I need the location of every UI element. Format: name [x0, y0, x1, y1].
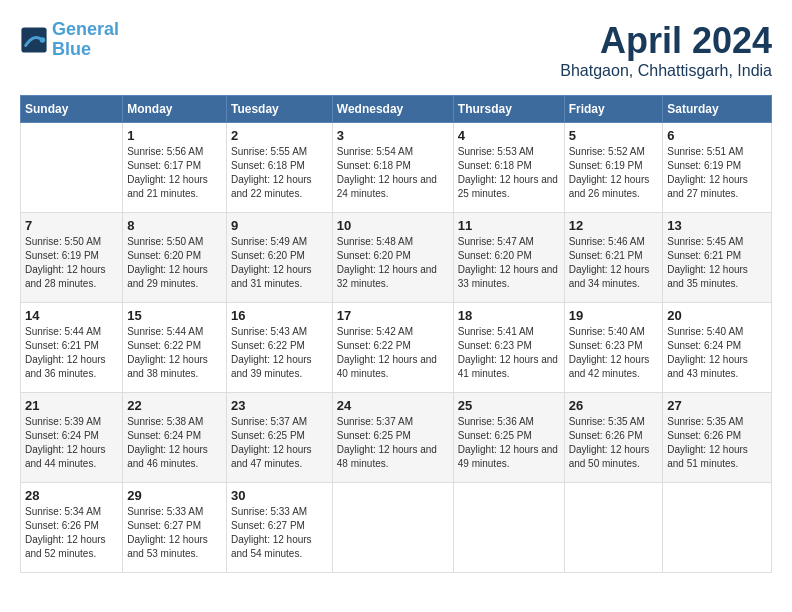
day-info: Sunrise: 5:38 AM Sunset: 6:24 PM Dayligh…	[127, 415, 222, 471]
day-info: Sunrise: 5:51 AM Sunset: 6:19 PM Dayligh…	[667, 145, 767, 201]
day-info: Sunrise: 5:43 AM Sunset: 6:22 PM Dayligh…	[231, 325, 328, 381]
day-info: Sunrise: 5:54 AM Sunset: 6:18 PM Dayligh…	[337, 145, 449, 201]
day-number: 4	[458, 128, 560, 143]
table-row: 9Sunrise: 5:49 AM Sunset: 6:20 PM Daylig…	[227, 213, 333, 303]
table-row: 17Sunrise: 5:42 AM Sunset: 6:22 PM Dayli…	[332, 303, 453, 393]
table-row: 5Sunrise: 5:52 AM Sunset: 6:19 PM Daylig…	[564, 123, 663, 213]
day-info: Sunrise: 5:33 AM Sunset: 6:27 PM Dayligh…	[231, 505, 328, 561]
logo-icon	[20, 26, 48, 54]
day-number: 2	[231, 128, 328, 143]
day-info: Sunrise: 5:50 AM Sunset: 6:20 PM Dayligh…	[127, 235, 222, 291]
table-row	[21, 123, 123, 213]
day-info: Sunrise: 5:52 AM Sunset: 6:19 PM Dayligh…	[569, 145, 659, 201]
table-row: 25Sunrise: 5:36 AM Sunset: 6:25 PM Dayli…	[453, 393, 564, 483]
day-info: Sunrise: 5:55 AM Sunset: 6:18 PM Dayligh…	[231, 145, 328, 201]
day-info: Sunrise: 5:50 AM Sunset: 6:19 PM Dayligh…	[25, 235, 118, 291]
day-number: 23	[231, 398, 328, 413]
day-info: Sunrise: 5:34 AM Sunset: 6:26 PM Dayligh…	[25, 505, 118, 561]
table-row: 19Sunrise: 5:40 AM Sunset: 6:23 PM Dayli…	[564, 303, 663, 393]
day-info: Sunrise: 5:35 AM Sunset: 6:26 PM Dayligh…	[667, 415, 767, 471]
table-row: 10Sunrise: 5:48 AM Sunset: 6:20 PM Dayli…	[332, 213, 453, 303]
header-wednesday: Wednesday	[332, 96, 453, 123]
day-number: 11	[458, 218, 560, 233]
table-row: 22Sunrise: 5:38 AM Sunset: 6:24 PM Dayli…	[123, 393, 227, 483]
table-row: 26Sunrise: 5:35 AM Sunset: 6:26 PM Dayli…	[564, 393, 663, 483]
day-number: 16	[231, 308, 328, 323]
table-row: 28Sunrise: 5:34 AM Sunset: 6:26 PM Dayli…	[21, 483, 123, 573]
calendar-week-row: 28Sunrise: 5:34 AM Sunset: 6:26 PM Dayli…	[21, 483, 772, 573]
logo-text: General Blue	[52, 20, 119, 60]
table-row: 2Sunrise: 5:55 AM Sunset: 6:18 PM Daylig…	[227, 123, 333, 213]
day-number: 15	[127, 308, 222, 323]
day-info: Sunrise: 5:39 AM Sunset: 6:24 PM Dayligh…	[25, 415, 118, 471]
day-info: Sunrise: 5:33 AM Sunset: 6:27 PM Dayligh…	[127, 505, 222, 561]
day-number: 7	[25, 218, 118, 233]
day-info: Sunrise: 5:37 AM Sunset: 6:25 PM Dayligh…	[337, 415, 449, 471]
table-row: 4Sunrise: 5:53 AM Sunset: 6:18 PM Daylig…	[453, 123, 564, 213]
table-row: 16Sunrise: 5:43 AM Sunset: 6:22 PM Dayli…	[227, 303, 333, 393]
day-number: 28	[25, 488, 118, 503]
day-number: 13	[667, 218, 767, 233]
day-number: 29	[127, 488, 222, 503]
header-tuesday: Tuesday	[227, 96, 333, 123]
day-number: 9	[231, 218, 328, 233]
month-title: April 2024	[560, 20, 772, 62]
table-row: 21Sunrise: 5:39 AM Sunset: 6:24 PM Dayli…	[21, 393, 123, 483]
day-info: Sunrise: 5:44 AM Sunset: 6:21 PM Dayligh…	[25, 325, 118, 381]
day-info: Sunrise: 5:35 AM Sunset: 6:26 PM Dayligh…	[569, 415, 659, 471]
day-number: 3	[337, 128, 449, 143]
day-info: Sunrise: 5:40 AM Sunset: 6:24 PM Dayligh…	[667, 325, 767, 381]
table-row	[332, 483, 453, 573]
table-row: 29Sunrise: 5:33 AM Sunset: 6:27 PM Dayli…	[123, 483, 227, 573]
day-number: 12	[569, 218, 659, 233]
table-row	[663, 483, 772, 573]
calendar-week-row: 14Sunrise: 5:44 AM Sunset: 6:21 PM Dayli…	[21, 303, 772, 393]
svg-point-1	[40, 37, 46, 43]
day-number: 21	[25, 398, 118, 413]
header-thursday: Thursday	[453, 96, 564, 123]
day-number: 1	[127, 128, 222, 143]
table-row: 3Sunrise: 5:54 AM Sunset: 6:18 PM Daylig…	[332, 123, 453, 213]
table-row: 24Sunrise: 5:37 AM Sunset: 6:25 PM Dayli…	[332, 393, 453, 483]
day-info: Sunrise: 5:44 AM Sunset: 6:22 PM Dayligh…	[127, 325, 222, 381]
calendar-table: Sunday Monday Tuesday Wednesday Thursday…	[20, 95, 772, 573]
table-row: 1Sunrise: 5:56 AM Sunset: 6:17 PM Daylig…	[123, 123, 227, 213]
table-row	[453, 483, 564, 573]
header-monday: Monday	[123, 96, 227, 123]
day-info: Sunrise: 5:40 AM Sunset: 6:23 PM Dayligh…	[569, 325, 659, 381]
day-info: Sunrise: 5:49 AM Sunset: 6:20 PM Dayligh…	[231, 235, 328, 291]
table-row: 27Sunrise: 5:35 AM Sunset: 6:26 PM Dayli…	[663, 393, 772, 483]
day-info: Sunrise: 5:41 AM Sunset: 6:23 PM Dayligh…	[458, 325, 560, 381]
day-number: 18	[458, 308, 560, 323]
day-info: Sunrise: 5:48 AM Sunset: 6:20 PM Dayligh…	[337, 235, 449, 291]
day-info: Sunrise: 5:56 AM Sunset: 6:17 PM Dayligh…	[127, 145, 222, 201]
day-number: 10	[337, 218, 449, 233]
day-info: Sunrise: 5:37 AM Sunset: 6:25 PM Dayligh…	[231, 415, 328, 471]
day-number: 30	[231, 488, 328, 503]
table-row: 8Sunrise: 5:50 AM Sunset: 6:20 PM Daylig…	[123, 213, 227, 303]
day-number: 24	[337, 398, 449, 413]
table-row: 11Sunrise: 5:47 AM Sunset: 6:20 PM Dayli…	[453, 213, 564, 303]
table-row: 20Sunrise: 5:40 AM Sunset: 6:24 PM Dayli…	[663, 303, 772, 393]
table-row: 18Sunrise: 5:41 AM Sunset: 6:23 PM Dayli…	[453, 303, 564, 393]
day-number: 6	[667, 128, 767, 143]
table-row	[564, 483, 663, 573]
day-info: Sunrise: 5:42 AM Sunset: 6:22 PM Dayligh…	[337, 325, 449, 381]
subtitle: Bhatgaon, Chhattisgarh, India	[560, 62, 772, 80]
table-row: 7Sunrise: 5:50 AM Sunset: 6:19 PM Daylig…	[21, 213, 123, 303]
day-info: Sunrise: 5:45 AM Sunset: 6:21 PM Dayligh…	[667, 235, 767, 291]
calendar-week-row: 1Sunrise: 5:56 AM Sunset: 6:17 PM Daylig…	[21, 123, 772, 213]
day-number: 14	[25, 308, 118, 323]
day-info: Sunrise: 5:47 AM Sunset: 6:20 PM Dayligh…	[458, 235, 560, 291]
header-saturday: Saturday	[663, 96, 772, 123]
day-number: 5	[569, 128, 659, 143]
header: General Blue April 2024 Bhatgaon, Chhatt…	[20, 20, 772, 80]
calendar-header-row: Sunday Monday Tuesday Wednesday Thursday…	[21, 96, 772, 123]
table-row: 6Sunrise: 5:51 AM Sunset: 6:19 PM Daylig…	[663, 123, 772, 213]
day-number: 20	[667, 308, 767, 323]
table-row: 23Sunrise: 5:37 AM Sunset: 6:25 PM Dayli…	[227, 393, 333, 483]
calendar-week-row: 21Sunrise: 5:39 AM Sunset: 6:24 PM Dayli…	[21, 393, 772, 483]
table-row: 15Sunrise: 5:44 AM Sunset: 6:22 PM Dayli…	[123, 303, 227, 393]
table-row: 13Sunrise: 5:45 AM Sunset: 6:21 PM Dayli…	[663, 213, 772, 303]
day-number: 19	[569, 308, 659, 323]
